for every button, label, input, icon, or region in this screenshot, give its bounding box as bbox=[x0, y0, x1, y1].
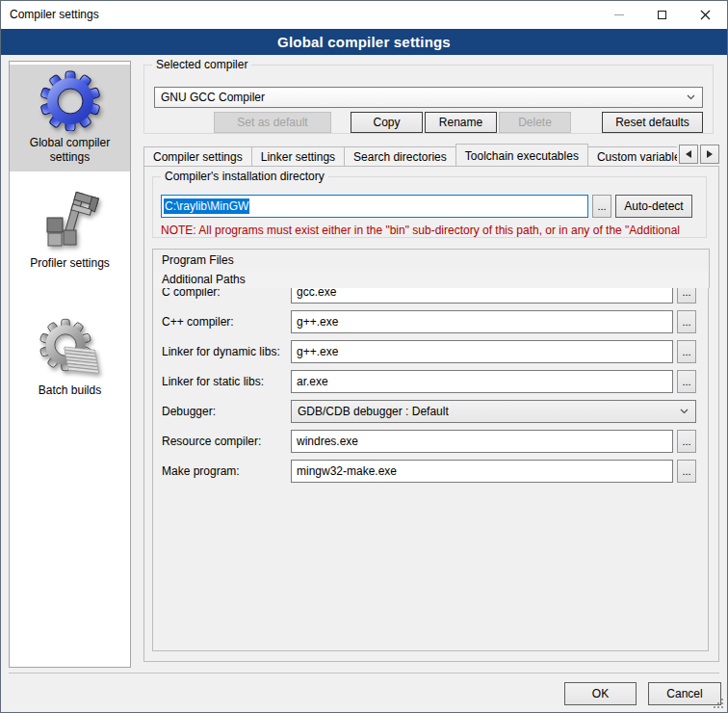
resize-grip[interactable] bbox=[714, 699, 724, 709]
dialog-header-title: Global compiler settings bbox=[277, 34, 451, 50]
toolchain-subtabbar: Program Files Additional Paths bbox=[152, 249, 709, 271]
set-as-default-button[interactable]: Set as default bbox=[214, 112, 331, 133]
minimize-button[interactable] bbox=[597, 1, 640, 29]
maximize-icon bbox=[658, 11, 666, 19]
field-label: C++ compiler: bbox=[162, 315, 291, 329]
compiler-select-value: GNU GCC Compiler bbox=[161, 91, 265, 104]
installation-directory-input[interactable]: C:\raylib\MinGW bbox=[161, 195, 588, 218]
resource-compiler-row: Resource compiler: ... bbox=[162, 430, 696, 453]
caption-buttons bbox=[597, 1, 727, 29]
copy-button[interactable]: Copy bbox=[351, 112, 423, 133]
subtab-additional-paths[interactable]: Additional Paths bbox=[152, 270, 710, 288]
auto-detect-button[interactable]: Auto-detect bbox=[615, 195, 692, 218]
chevron-down-icon bbox=[687, 94, 695, 100]
tab-search-directories[interactable]: Search directories bbox=[344, 146, 456, 166]
cancel-button[interactable]: Cancel bbox=[648, 682, 721, 705]
tab-scroll-right-button[interactable] bbox=[700, 145, 719, 164]
browse-linker-dynamic-button[interactable]: ... bbox=[677, 340, 696, 363]
blue-gear-icon bbox=[39, 69, 101, 131]
sidebar-item-global-compiler-settings[interactable]: Global compiler settings bbox=[10, 65, 130, 172]
delete-button[interactable]: Delete bbox=[499, 112, 571, 133]
linker-dynamic-row: Linker for dynamic libs: ... bbox=[162, 340, 696, 363]
compiler-actions: Set as default Copy Rename Delete Reset … bbox=[154, 112, 703, 133]
browse-resource-compiler-button[interactable]: ... bbox=[677, 430, 696, 453]
program-files-page: C compiler: ... C++ compiler: ... Linker… bbox=[152, 271, 709, 651]
tab-linker-settings[interactable]: Linker settings bbox=[251, 146, 345, 166]
batch-builds-icon bbox=[39, 317, 101, 379]
debugger-select[interactable]: GDB/CDB debugger : Default bbox=[291, 400, 696, 423]
maximize-button[interactable] bbox=[640, 1, 684, 29]
close-button[interactable] bbox=[684, 1, 727, 29]
minimize-icon bbox=[614, 14, 624, 15]
browse-cpp-compiler-button[interactable]: ... bbox=[677, 310, 696, 333]
caliper-icon bbox=[39, 190, 101, 251]
compiler-select[interactable]: GNU GCC Compiler bbox=[154, 87, 703, 108]
category-list: Global compiler settings Profiler settin… bbox=[9, 61, 131, 668]
installation-note-text: NOTE: All programs must exist either in … bbox=[161, 224, 705, 237]
right-arrow-icon bbox=[707, 150, 713, 158]
tab-scroll-buttons bbox=[677, 145, 719, 164]
browse-make-program-button[interactable]: ... bbox=[677, 460, 696, 483]
sidebar-item-profiler-settings[interactable]: Profiler settings bbox=[10, 185, 130, 277]
installation-directory-value: C:\raylib\MinGW bbox=[164, 198, 249, 214]
selected-compiler-group: Selected compiler GNU GCC Compiler Set a… bbox=[143, 65, 714, 134]
reset-defaults-button[interactable]: Reset defaults bbox=[602, 112, 703, 133]
compiler-settings-window: Compiler settings Global compiler settin… bbox=[0, 0, 728, 713]
close-icon bbox=[700, 10, 711, 20]
tab-toolchain-executables[interactable]: Toolchain executables bbox=[455, 144, 588, 166]
settings-tabbar: Compiler settings Linker settings Search… bbox=[143, 143, 719, 166]
sidebar-item-label: Profiler settings bbox=[15, 256, 124, 271]
sidebar-item-label: Global compiler settings bbox=[15, 136, 124, 165]
field-label: Resource compiler: bbox=[162, 435, 291, 448]
ok-button[interactable]: OK bbox=[564, 682, 637, 705]
linker-static-input[interactable] bbox=[291, 370, 673, 393]
tab-custom-variables[interactable]: Custom variables bbox=[587, 146, 677, 166]
tabs-strip: Compiler settings Linker settings Search… bbox=[143, 143, 677, 166]
installation-directory-group-label: Compiler's installation directory bbox=[161, 170, 328, 183]
debugger-row: Debugger: GDB/CDB debugger : Default bbox=[162, 400, 696, 423]
left-arrow-icon bbox=[686, 150, 691, 158]
subtab-program-files[interactable]: Program Files bbox=[152, 249, 710, 271]
make-program-row: Make program: ... bbox=[162, 460, 696, 483]
cpp-compiler-input[interactable] bbox=[291, 310, 673, 333]
titlebar: Compiler settings bbox=[1, 1, 727, 29]
field-label: Linker for static libs: bbox=[162, 375, 291, 388]
cpp-compiler-row: C++ compiler: ... bbox=[162, 310, 696, 333]
sidebar-item-label: Batch builds bbox=[15, 383, 124, 398]
rename-button[interactable]: Rename bbox=[425, 112, 497, 133]
tab-compiler-settings[interactable]: Compiler settings bbox=[143, 146, 252, 166]
footer-divider bbox=[9, 673, 719, 673]
installation-directory-group: Compiler's installation directory C:\ray… bbox=[152, 176, 707, 238]
field-label: Debugger: bbox=[162, 405, 291, 418]
make-program-input[interactable] bbox=[291, 460, 673, 483]
toolchain-executables-page: Compiler's installation directory C:\ray… bbox=[143, 166, 719, 662]
debugger-select-value: GDB/CDB debugger : Default bbox=[298, 405, 449, 418]
selected-compiler-group-label: Selected compiler bbox=[152, 58, 251, 71]
sidebar-item-batch-builds[interactable]: Batch builds bbox=[10, 312, 130, 405]
tab-scroll-left-button[interactable] bbox=[679, 145, 698, 164]
linker-dynamic-input[interactable] bbox=[291, 340, 673, 363]
field-label: Linker for dynamic libs: bbox=[162, 345, 291, 358]
browse-directory-button[interactable]: ... bbox=[592, 195, 611, 218]
window-title: Compiler settings bbox=[10, 1, 99, 29]
resource-compiler-input[interactable] bbox=[291, 430, 673, 453]
linker-static-row: Linker for static libs: ... bbox=[162, 370, 696, 393]
installation-directory-row: C:\raylib\MinGW ... Auto-detect bbox=[161, 195, 692, 218]
browse-linker-static-button[interactable]: ... bbox=[677, 370, 696, 393]
field-label: Make program: bbox=[162, 464, 291, 478]
chevron-down-icon bbox=[680, 409, 689, 414]
dialog-header: Global compiler settings bbox=[1, 29, 727, 55]
